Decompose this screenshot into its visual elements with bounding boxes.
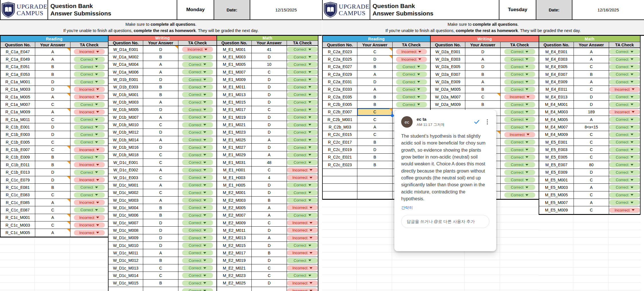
your-answer-cell[interactable]: D — [252, 53, 287, 60]
question-no-cell[interactable]: M_E1_M023 — [217, 129, 252, 136]
question-no-cell[interactable]: W_D1c_M004 — [109, 204, 143, 211]
question-no-cell[interactable]: M_E5_E001 — [539, 138, 574, 146]
ta-check-dropdown[interactable]: Incorrect — [74, 200, 105, 205]
question-no-cell[interactable]: W_D2a_E001 — [431, 48, 465, 55]
question-no-cell[interactable]: R_C1b_E005 — [1, 138, 35, 146]
question-no-cell[interactable]: R_C1b_E003 — [1, 131, 35, 138]
ta-check-dropdown[interactable]: Correct — [396, 102, 427, 107]
question-no-cell[interactable]: R_C1b_E009 — [1, 154, 35, 161]
ta-check-dropdown[interactable]: Correct — [74, 124, 105, 130]
question-no-cell[interactable]: W_D1c_M012 — [109, 257, 143, 264]
your-answer-cell[interactable]: C — [252, 106, 287, 113]
question-no-cell[interactable]: R_C1b_E011 — [1, 161, 35, 168]
your-answer-cell[interactable]: B — [357, 154, 393, 161]
your-answer-cell[interactable]: B — [143, 53, 178, 60]
ta-check-dropdown[interactable]: Correct — [287, 92, 318, 97]
your-answer-cell[interactable]: D — [252, 189, 287, 196]
question-no-cell[interactable]: M_E5_M003 — [539, 184, 574, 191]
question-no-cell[interactable]: R_C2a_E023 — [323, 48, 357, 55]
ta-check-dropdown[interactable]: Correct — [609, 192, 640, 198]
ta-check-dropdown[interactable]: Correct — [182, 77, 213, 82]
question-no-cell[interactable]: M_E5_E003 — [539, 146, 574, 153]
question-no-cell[interactable]: W_D2a_E003 — [431, 56, 465, 63]
question-no-cell[interactable]: M_E1_M007 — [217, 68, 252, 76]
your-answer-cell[interactable]: D — [252, 181, 287, 189]
your-answer-cell[interactable]: A — [35, 56, 70, 63]
ta-check-dropdown[interactable]: Correct — [182, 182, 213, 188]
question-no-cell[interactable]: R_C1b_E013 — [1, 169, 35, 176]
question-no-cell[interactable]: W_D1b_M012 — [109, 129, 143, 136]
your-answer-cell[interactable]: A — [574, 184, 609, 191]
question-no-cell[interactable]: R_C2a_E027 — [323, 63, 357, 70]
question-no-cell[interactable]: R_C1b_E001 — [1, 123, 35, 130]
your-answer-cell[interactable]: C — [574, 63, 609, 70]
your-answer-cell[interactable]: 80 — [574, 161, 609, 168]
question-no-cell[interactable]: R_C2b_M001 — [323, 116, 357, 123]
question-no-cell[interactable]: R_C1c_E081 — [1, 184, 35, 191]
question-no-cell[interactable]: W_D1b_M001 — [109, 91, 143, 98]
question-no-cell[interactable]: M_E5_M005 — [539, 191, 574, 199]
ta-check-dropdown[interactable]: Correct — [74, 207, 105, 213]
ta-check-dropdown[interactable]: Correct — [287, 273, 318, 278]
question-no-cell[interactable]: W_D2a_M007 — [431, 93, 465, 100]
resolve-check-icon[interactable] — [473, 118, 480, 125]
ta-check-dropdown[interactable]: Incorrect — [74, 230, 105, 235]
ta-check-dropdown[interactable]: Correct — [182, 69, 213, 75]
your-answer-cell[interactable]: B — [252, 249, 287, 256]
ta-check-dropdown[interactable]: Correct — [182, 114, 213, 120]
your-answer-cell[interactable]: A — [143, 181, 178, 189]
ta-check-dropdown[interactable]: Correct — [504, 124, 535, 130]
your-answer-cell[interactable]: A — [143, 61, 178, 68]
ta-check-dropdown[interactable]: Correct — [74, 64, 105, 70]
your-answer-cell[interactable]: B — [465, 101, 501, 108]
your-answer-cell[interactable] — [357, 184, 393, 191]
ta-check-dropdown[interactable]: Correct — [287, 122, 318, 128]
your-answer-cell[interactable]: D — [252, 257, 287, 264]
question-no-cell[interactable]: R_C2c_E015 — [323, 131, 357, 138]
your-answer-cell[interactable]: C — [143, 189, 178, 196]
ta-check-dropdown[interactable]: Incorrect — [609, 207, 640, 213]
ta-check-dropdown[interactable]: Correct — [609, 132, 640, 137]
question-no-cell[interactable]: W_D2a_M005 — [431, 86, 465, 93]
ta-check-dropdown[interactable]: Correct — [396, 87, 427, 92]
question-no-cell[interactable]: M_E2_M021 — [217, 264, 252, 272]
your-answer-cell[interactable]: B — [35, 63, 70, 70]
question-no-cell[interactable]: M_E4_E013 — [539, 93, 574, 100]
your-answer-cell[interactable]: D — [143, 219, 178, 226]
ta-check-dropdown[interactable]: Correct — [609, 177, 640, 183]
question-no-cell[interactable] — [323, 176, 357, 183]
ta-check-dropdown[interactable]: Correct — [609, 200, 640, 205]
question-no-cell[interactable]: M_E4_E007 — [539, 71, 574, 78]
ta-check-dropdown[interactable]: Incorrect — [504, 94, 535, 100]
question-no-cell[interactable]: M_E4_E011 — [539, 86, 574, 93]
question-no-cell[interactable]: W_D1b_M010 — [109, 121, 143, 128]
your-answer-cell[interactable]: A — [143, 136, 178, 143]
your-answer-cell[interactable]: D — [252, 121, 287, 128]
question-no-cell[interactable]: M_E2_M023 — [217, 272, 252, 279]
your-answer-cell[interactable]: A — [143, 197, 178, 204]
question-no-cell[interactable]: R_C1c_M003 — [1, 221, 35, 229]
ta-check-dropdown[interactable]: Correct — [182, 243, 213, 248]
question-no-cell[interactable]: R_C1a_M001 — [1, 78, 35, 85]
your-answer-cell[interactable] — [357, 169, 393, 176]
your-answer-cell[interactable]: D — [252, 114, 287, 121]
ta-check-dropdown[interactable]: Correct — [287, 107, 318, 112]
your-answer-cell[interactable]: A — [35, 108, 70, 116]
ta-check-dropdown[interactable]: Incorrect — [396, 57, 427, 62]
your-answer-cell[interactable]: B — [143, 257, 178, 264]
your-answer-cell[interactable] — [357, 191, 393, 199]
question-no-cell[interactable]: M_E2_M001 — [217, 189, 252, 196]
your-answer-cell[interactable]: A — [252, 212, 287, 219]
question-no-cell[interactable]: W_D1c_M002 — [109, 189, 143, 196]
question-no-cell[interactable]: M_E1_M019 — [217, 114, 252, 121]
question-no-cell[interactable]: W_D2a_E005 — [431, 63, 465, 70]
question-no-cell[interactable]: M_E4_M009 — [539, 131, 574, 138]
ta-check-dropdown[interactable]: Correct — [396, 79, 427, 85]
your-answer-cell[interactable]: B — [465, 86, 501, 93]
your-answer-cell[interactable]: C — [252, 68, 287, 76]
question-no-cell[interactable]: R_C1c_E079 — [1, 176, 35, 183]
ta-check-dropdown[interactable]: Correct — [182, 160, 213, 165]
your-answer-cell[interactable]: D — [357, 146, 393, 153]
your-answer-cell[interactable]: D — [252, 91, 287, 98]
ta-check-dropdown[interactable]: Correct — [74, 72, 105, 77]
